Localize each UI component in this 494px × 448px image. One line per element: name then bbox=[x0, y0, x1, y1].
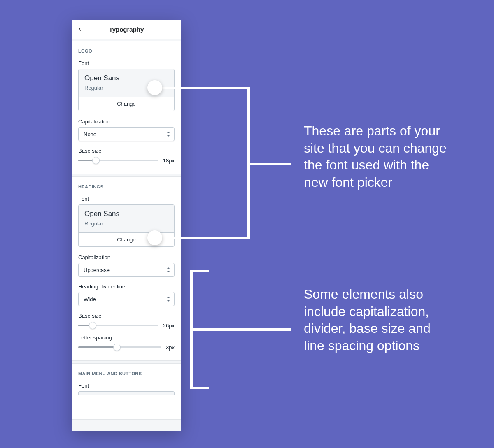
bracket-bot-stem bbox=[193, 328, 291, 331]
select-sort-icon bbox=[167, 297, 170, 302]
mainmenu-font-label: Font bbox=[78, 383, 175, 389]
headings-divider-select[interactable]: Wide bbox=[78, 292, 175, 306]
section-headings: HEADINGS Font Open Sans Regular Change C… bbox=[72, 176, 181, 361]
back-button[interactable] bbox=[72, 20, 88, 39]
headings-divider-value: Wide bbox=[84, 296, 96, 302]
logo-basesize-label: Base size bbox=[78, 148, 175, 154]
bracket-top-line1 bbox=[162, 87, 250, 89]
bracket-top-stem bbox=[250, 163, 291, 165]
headings-font-name: Open Sans bbox=[84, 210, 168, 218]
section-title-headings: HEADINGS bbox=[78, 184, 175, 189]
headings-font-display: Open Sans Regular bbox=[79, 205, 174, 232]
section-logo: LOGO Font Open Sans Regular Change Capit… bbox=[72, 41, 181, 174]
section-title-mainmenu: MAIN MENU AND BUTTONS bbox=[78, 371, 175, 376]
mainmenu-font-card bbox=[78, 391, 175, 395]
headings-letterspacing-row: 3px bbox=[78, 343, 175, 351]
typography-panel: Typography LOGO Font Open Sans Regular C… bbox=[72, 20, 181, 431]
headings-basesize-slider[interactable] bbox=[78, 321, 158, 330]
headings-cap-value: Uppercase bbox=[84, 267, 110, 273]
logo-font-change-button[interactable]: Change bbox=[79, 97, 174, 111]
bracket-top-line2 bbox=[162, 237, 250, 239]
select-sort-icon bbox=[167, 267, 170, 272]
headings-basesize-value: 26px bbox=[163, 323, 175, 329]
headings-font-label: Font bbox=[78, 196, 175, 202]
panel-header: Typography bbox=[72, 20, 181, 39]
bracket-bot-top bbox=[190, 270, 209, 272]
logo-cap-label: Capitalization bbox=[78, 118, 175, 125]
annotation-bottom: Some elements also include capitalizatio… bbox=[304, 286, 452, 354]
chevron-left-icon bbox=[77, 26, 83, 32]
logo-font-label: Font bbox=[78, 60, 175, 66]
logo-cap-select[interactable]: None bbox=[78, 127, 175, 141]
section-mainmenu: MAIN MENU AND BUTTONS Font bbox=[72, 363, 181, 420]
select-sort-icon bbox=[167, 132, 170, 137]
headings-font-weight: Regular bbox=[84, 221, 168, 227]
headings-divider-label: Heading divider line bbox=[78, 283, 175, 290]
logo-basesize-slider[interactable] bbox=[78, 156, 158, 165]
headings-basesize-row: 26px bbox=[78, 321, 175, 330]
bracket-bot-bot bbox=[190, 387, 209, 389]
headings-letterspacing-label: Letter spacing bbox=[78, 334, 175, 341]
headings-letterspacing-value: 3px bbox=[166, 344, 175, 351]
annotation-top: These are parts of your site that you ca… bbox=[304, 123, 452, 191]
headings-basesize-label: Base size bbox=[78, 313, 175, 319]
logo-cap-value: None bbox=[84, 131, 96, 137]
headings-cap-select[interactable]: Uppercase bbox=[78, 263, 175, 277]
logo-basesize-row: 18px bbox=[78, 156, 175, 165]
callout-marker-logo bbox=[147, 80, 162, 95]
callout-marker-headings bbox=[147, 230, 162, 245]
section-title-logo: LOGO bbox=[78, 49, 175, 53]
headings-cap-label: Capitalization bbox=[78, 254, 175, 260]
headings-letterspacing-slider[interactable] bbox=[78, 343, 161, 351]
logo-basesize-value: 18px bbox=[163, 158, 175, 164]
